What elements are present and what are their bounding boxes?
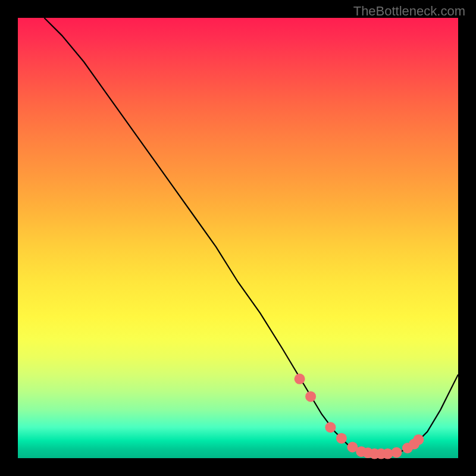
highlight-points-group: [295, 374, 424, 459]
bottleneck-curve-line: [44, 18, 458, 454]
watermark-text: TheBottleneck.com: [353, 4, 465, 19]
highlight-point: [325, 422, 336, 433]
highlight-point: [413, 434, 424, 445]
chart-plot-area: [18, 18, 458, 458]
highlight-point: [295, 374, 305, 384]
highlight-point: [336, 433, 347, 444]
highlight-point: [305, 391, 316, 402]
highlight-point: [391, 447, 402, 458]
chart-svg: [18, 18, 458, 458]
